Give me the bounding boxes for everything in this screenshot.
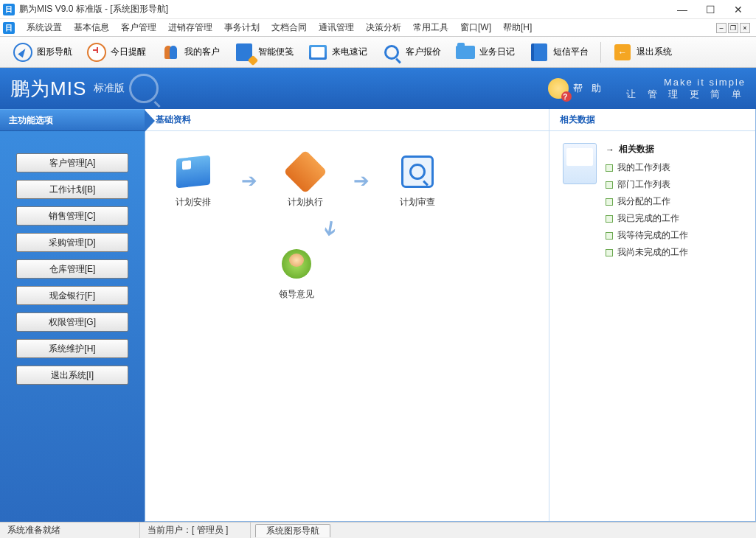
sidebar-button-0[interactable]: 客户管理[A] bbox=[16, 153, 128, 172]
mdi-minimize-button[interactable]: – bbox=[716, 23, 726, 33]
menu-item-10[interactable]: 帮助[H] bbox=[497, 21, 538, 34]
related-item-label: 部门工作列表 bbox=[617, 178, 670, 191]
toolbar-label: 退出系统 bbox=[637, 46, 672, 58]
menu-item-7[interactable]: 决策分析 bbox=[360, 21, 407, 34]
clock-icon bbox=[87, 43, 106, 62]
slogan-cn: 让 管 理 更 简 单 bbox=[626, 88, 746, 101]
banner-help-link[interactable]: 帮 助 bbox=[548, 78, 604, 99]
toolbar-folder-button[interactable]: 业务日记 bbox=[450, 40, 521, 65]
maximize-button[interactable]: ☐ bbox=[701, 4, 719, 15]
window-titlebar: 日 鹏为MIS V9.0 标准版 - [系统图形导航] — ☐ ✕ bbox=[0, 0, 756, 19]
status-ready: 系统准备就绪 bbox=[0, 523, 140, 538]
menu-bar: 日 系统设置基本信息客户管理进销存管理事务计划文档合同通讯管理决策分析常用工具窗… bbox=[0, 19, 756, 37]
related-item-0[interactable]: 我的工作列表 bbox=[606, 161, 742, 174]
logo-sub: 标准版 bbox=[94, 82, 125, 95]
leader-icon bbox=[282, 249, 311, 279]
menu-item-5[interactable]: 文档合同 bbox=[266, 21, 313, 34]
sidebar-button-5[interactable]: 现金银行[F] bbox=[16, 286, 128, 305]
related-item-4[interactable]: 我等待完成的工作 bbox=[606, 229, 742, 242]
related-item-label: 我分配的工作 bbox=[617, 195, 670, 208]
close-button[interactable]: ✕ bbox=[729, 4, 747, 15]
toolbar-people-button[interactable]: 我的客户 bbox=[155, 40, 226, 65]
flow-area: 计划安排 ➔ 计划执行 ➔ 计划审查 ➔ bbox=[145, 131, 549, 521]
mdi-close-button[interactable]: × bbox=[740, 23, 750, 33]
toolbar-label: 客户报价 bbox=[406, 46, 441, 58]
menu-item-4[interactable]: 事务计划 bbox=[218, 21, 266, 34]
exit-icon bbox=[614, 44, 631, 60]
toolbar: 图形导航今日提醒我的客户智能便笺来电速记客户报价业务日记短信平台退出系统 bbox=[0, 37, 756, 68]
menu-item-0[interactable]: 系统设置 bbox=[21, 21, 68, 34]
arrow-icon: ➔ bbox=[353, 170, 370, 192]
review-icon bbox=[401, 156, 434, 188]
checkbox-icon bbox=[606, 164, 613, 172]
sidebar-button-1[interactable]: 工作计划[B] bbox=[16, 180, 128, 199]
related-thumb-icon bbox=[563, 143, 597, 184]
flow-node-review[interactable]: 计划审查 bbox=[384, 153, 451, 209]
related-group-title: → 相关数据 bbox=[606, 143, 742, 156]
status-tab-label: 系统图形导航 bbox=[266, 525, 319, 537]
main-area: 基础资料 计划安排 ➔ 计划执行 ➔ 计划审查 bbox=[145, 109, 756, 522]
logo-main: 鹏为MIS bbox=[10, 76, 86, 102]
magnify-icon bbox=[129, 74, 159, 103]
flow-node-plan[interactable]: 计划安排 bbox=[160, 153, 226, 209]
right-panel: 相关数据 → 相关数据 我的工作列表部门工作列表我分配的工作我已完成的工作我等待… bbox=[549, 109, 755, 521]
sidebar-button-6[interactable]: 权限管理[G] bbox=[16, 312, 128, 332]
sidebar-button-7[interactable]: 系统维护[H] bbox=[16, 339, 128, 358]
menu-item-2[interactable]: 客户管理 bbox=[115, 21, 162, 34]
center-panel: 基础资料 计划安排 ➔ 计划执行 ➔ 计划审查 bbox=[145, 109, 549, 521]
related-item-1[interactable]: 部门工作列表 bbox=[606, 178, 742, 191]
folder-icon bbox=[456, 46, 475, 59]
toolbar-compass-button[interactable]: 图形导航 bbox=[7, 40, 78, 65]
app-icon: 日 bbox=[3, 4, 15, 15]
mdi-icon: 日 bbox=[3, 22, 15, 34]
toolbar-label: 业务日记 bbox=[479, 46, 515, 58]
menu-item-3[interactable]: 进销存管理 bbox=[162, 21, 218, 34]
toolbar-label: 我的客户 bbox=[184, 46, 220, 58]
exec-label: 计划执行 bbox=[288, 196, 323, 209]
menu-item-6[interactable]: 通讯管理 bbox=[313, 21, 360, 34]
center-panel-header: 基础资料 bbox=[145, 109, 549, 131]
book-icon bbox=[309, 45, 327, 60]
related-item-5[interactable]: 我尚未完成的工作 bbox=[606, 246, 742, 259]
toolbar-label: 短信平台 bbox=[553, 46, 589, 58]
checkbox-icon bbox=[606, 181, 613, 189]
flow-node-leader[interactable]: 领导意见 bbox=[263, 245, 330, 301]
sidebar-button-8[interactable]: 退出系统[I] bbox=[16, 366, 128, 385]
toolbar-exit-button[interactable]: 退出系统 bbox=[607, 40, 678, 65]
toolbar-bookblue-button[interactable]: 短信平台 bbox=[524, 40, 594, 65]
toolbar-label: 图形导航 bbox=[37, 46, 72, 58]
help-face-icon bbox=[548, 78, 569, 99]
checkbox-icon bbox=[606, 198, 613, 206]
menu-item-8[interactable]: 常用工具 bbox=[407, 21, 454, 34]
status-tab[interactable]: 系统图形导航 bbox=[255, 524, 330, 537]
leader-label: 领导意见 bbox=[279, 288, 314, 301]
related-item-label: 我的工作列表 bbox=[617, 161, 670, 174]
related-group-title-text: 相关数据 bbox=[619, 143, 654, 156]
flow-node-exec[interactable]: 计划执行 bbox=[272, 153, 339, 209]
toolbar-book-button[interactable]: 来电速记 bbox=[302, 40, 373, 65]
status-bar: 系统准备就绪 当前用户：[ 管理员 ] 系统图形导航 bbox=[0, 522, 756, 538]
related-item-3[interactable]: 我已完成的工作 bbox=[606, 212, 742, 225]
toolbar-search-button[interactable]: 客户报价 bbox=[376, 40, 447, 65]
window-title: 鹏为MIS V9.0 标准版 - [系统图形导航] bbox=[19, 3, 673, 15]
related-item-2[interactable]: 我分配的工作 bbox=[606, 195, 742, 208]
banner: 鹏为MIS 标准版 帮 助 Make it simple 让 管 理 更 简 单 bbox=[0, 68, 756, 109]
mdi-restore-button[interactable]: ❐ bbox=[728, 23, 738, 33]
sidebar-button-4[interactable]: 仓库管理[E] bbox=[16, 259, 128, 279]
minimize-button[interactable]: — bbox=[673, 4, 691, 15]
toolbar-label: 智能便笺 bbox=[258, 46, 294, 58]
toolbar-notebook-button[interactable]: 智能便笺 bbox=[229, 40, 299, 65]
sidebar-button-3[interactable]: 采购管理[D] bbox=[16, 233, 128, 252]
bookblue-icon bbox=[531, 43, 547, 61]
sidebar-button-2[interactable]: 销售管理[C] bbox=[16, 206, 128, 226]
sidebar: 主功能选项 客户管理[A]工作计划[B]销售管理[C]采购管理[D]仓库管理[E… bbox=[0, 109, 145, 522]
toolbar-clock-button[interactable]: 今日提醒 bbox=[81, 40, 152, 65]
search-icon bbox=[384, 45, 399, 60]
related-item-label: 我尚未完成的工作 bbox=[617, 246, 688, 259]
menu-item-1[interactable]: 基本信息 bbox=[68, 21, 115, 34]
related-item-label: 我等待完成的工作 bbox=[617, 229, 688, 242]
checkbox-icon bbox=[606, 232, 613, 240]
menu-item-9[interactable]: 窗口[W] bbox=[454, 21, 497, 34]
status-user: 当前用户：[ 管理员 ] bbox=[140, 523, 251, 538]
banner-help-label: 帮 助 bbox=[573, 82, 604, 95]
